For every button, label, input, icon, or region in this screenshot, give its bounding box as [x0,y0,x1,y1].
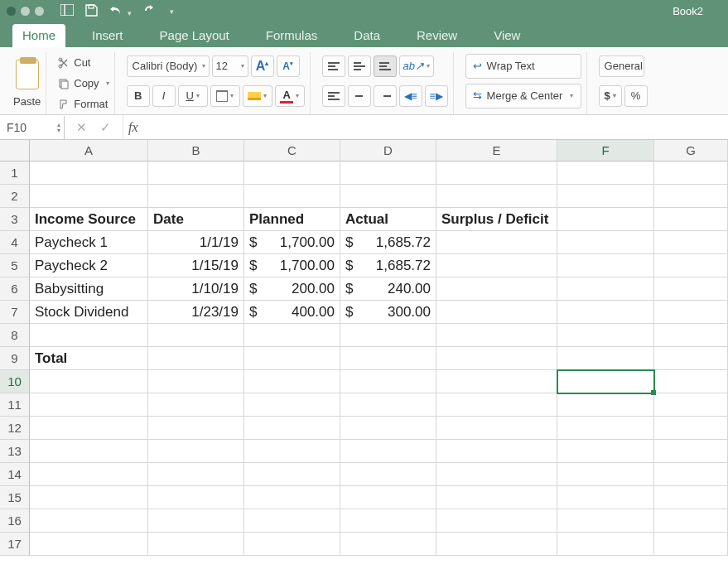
cell-A3[interactable]: Income Source [30,208,148,231]
cut-button[interactable]: Cut [58,54,108,72]
save-icon[interactable] [85,4,98,19]
cell-G16[interactable] [654,509,728,533]
cell-D7[interactable]: $300.00 [340,301,436,324]
cell-F2[interactable] [557,185,654,208]
cell-A14[interactable] [30,463,148,486]
cell-B5[interactable]: 1/15/19 [148,254,244,277]
italic-button[interactable]: I [152,85,176,107]
column-header-C[interactable]: C [244,140,340,162]
font-name-select[interactable]: Calibri (Body)▾ [127,55,210,77]
cell-F4[interactable] [557,231,654,254]
name-box[interactable]: F10 ▴▾ [0,116,65,139]
cell-D8[interactable] [340,324,436,347]
row-header-14[interactable]: 14 [0,463,30,486]
panels-icon[interactable] [60,4,74,18]
fill-color-button[interactable]: ▾ [243,85,272,107]
cell-C16[interactable] [244,509,340,533]
cell-F17[interactable] [557,533,654,556]
cell-E11[interactable] [436,393,557,417]
cell-A10[interactable] [30,370,148,393]
font-size-select[interactable]: 12▾ [212,55,248,77]
spreadsheet-grid[interactable]: ABCDEFG123Income SourceDatePlannedActual… [0,140,728,556]
cell-D1[interactable] [340,162,436,185]
cell-E9[interactable] [436,347,557,370]
align-middle-button[interactable] [348,55,371,77]
cell-E1[interactable] [436,162,557,185]
row-header-16[interactable]: 16 [0,509,30,533]
cell-D12[interactable] [340,417,436,440]
cell-F11[interactable] [557,393,654,417]
cell-C3[interactable]: Planned [244,208,340,231]
tab-page-layout[interactable]: Page Layout [150,24,239,47]
cell-E2[interactable] [436,185,557,208]
customize-qat-icon[interactable]: ▾ [170,7,174,16]
align-bottom-button[interactable] [374,55,397,77]
cell-F6[interactable] [557,277,654,301]
undo-icon[interactable]: ▾ [109,4,132,18]
cell-B4[interactable]: 1/1/19 [148,231,244,254]
tab-review[interactable]: Review [407,24,467,47]
wrap-text-button[interactable]: ↩ Wrap Text [465,54,581,79]
row-header-8[interactable]: 8 [0,324,30,347]
cell-C10[interactable] [244,370,340,393]
cell-G10[interactable] [654,370,728,393]
cell-C4[interactable]: $1,700.00 [244,231,340,254]
cell-A6[interactable]: Babysitting [30,277,148,301]
cell-C15[interactable] [244,486,340,509]
cell-A1[interactable] [30,162,148,185]
cell-F16[interactable] [557,509,654,533]
cell-B15[interactable] [148,486,244,509]
row-header-6[interactable]: 6 [0,277,30,301]
cell-F13[interactable] [557,440,654,463]
window-minimize-button[interactable] [21,7,30,16]
cell-B1[interactable] [148,162,244,185]
cell-C13[interactable] [244,440,340,463]
increase-font-button[interactable]: A▴ [251,55,274,77]
cell-D2[interactable] [340,185,436,208]
cell-B13[interactable] [148,440,244,463]
cell-F15[interactable] [557,486,654,509]
cell-E17[interactable] [436,533,557,556]
cell-A4[interactable]: Paycheck 1 [30,231,148,254]
cell-E13[interactable] [436,440,557,463]
accept-formula-button[interactable]: ✓ [100,120,111,135]
cell-B16[interactable] [148,509,244,533]
cell-A11[interactable] [30,393,148,417]
accounting-format-button[interactable]: $▾ [599,85,622,107]
align-right-button[interactable] [374,85,397,107]
format-painter-button[interactable]: Format [58,95,108,113]
row-header-5[interactable]: 5 [0,254,30,277]
cell-F3[interactable] [557,208,654,231]
cell-A5[interactable]: Paycheck 2 [30,254,148,277]
cell-G9[interactable] [654,347,728,370]
underline-button[interactable]: U▾ [178,85,208,107]
merge-center-button[interactable]: ⇆ Merge & Center ▾ [465,84,581,108]
cell-G15[interactable] [654,486,728,509]
cell-G11[interactable] [654,393,728,417]
cell-F14[interactable] [557,463,654,486]
cell-A7[interactable]: Stock Dividend [30,301,148,324]
cell-G3[interactable] [654,208,728,231]
cell-B9[interactable] [148,347,244,370]
cell-C5[interactable]: $1,700.00 [244,254,340,277]
row-header-11[interactable]: 11 [0,393,30,417]
cell-G8[interactable] [654,324,728,347]
cell-A17[interactable] [30,533,148,556]
cell-E6[interactable] [436,277,557,301]
cell-G5[interactable] [654,254,728,277]
column-header-E[interactable]: E [436,140,557,162]
cell-F12[interactable] [557,417,654,440]
cell-A16[interactable] [30,509,148,533]
tab-data[interactable]: Data [344,24,390,47]
cell-E10[interactable] [436,370,557,393]
cell-C2[interactable] [244,185,340,208]
cell-B7[interactable]: 1/23/19 [148,301,244,324]
cell-C17[interactable] [244,533,340,556]
row-header-12[interactable]: 12 [0,417,30,440]
cell-D13[interactable] [340,440,436,463]
align-center-h-button[interactable] [348,85,371,107]
cell-C12[interactable] [244,417,340,440]
borders-button[interactable]: ▾ [210,85,240,107]
tab-insert[interactable]: Insert [82,24,133,47]
fx-icon[interactable]: fx [123,120,138,135]
